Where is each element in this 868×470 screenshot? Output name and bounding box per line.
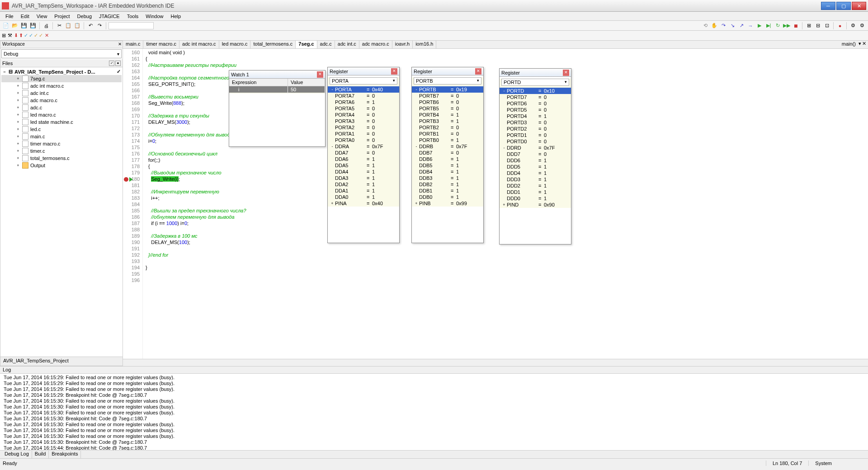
tb2-icon1[interactable]: ⊞ (2, 33, 6, 38)
watch-window[interactable]: Watch 1✕ Expression Value i50 (229, 70, 326, 147)
register-row[interactable]: -DDRD=0x7F (500, 145, 571, 151)
saveall-icon[interactable]: 💾 (29, 22, 37, 30)
open-icon[interactable]: 📂 (11, 22, 19, 30)
register-row[interactable]: PORTD6=0 (500, 100, 571, 107)
register-row[interactable]: PORTB3=1 (412, 118, 483, 124)
editor-tab[interactable]: 7seg.c (296, 41, 317, 48)
register-row[interactable]: PORTD2=0 (500, 126, 571, 132)
debug-go3-icon[interactable]: ▶▶ (783, 22, 791, 30)
register-row[interactable]: PORTB5=0 (412, 105, 483, 112)
register-combo[interactable]: PORTA (330, 77, 397, 85)
tree-item[interactable]: +main.c (1, 133, 122, 140)
editor-tab[interactable]: main.c (123, 41, 143, 48)
menu-view[interactable]: View (33, 13, 51, 20)
register-row[interactable]: PORTB6=0 (412, 99, 483, 105)
project-tree[interactable]: −⊟AVR_IAR_TempSens_Project - D...✓ +7seg… (0, 67, 123, 357)
tree-item[interactable]: +timer macro.c (1, 140, 122, 147)
register-row[interactable]: +PIND=0x90 (500, 202, 571, 208)
close-button[interactable]: ✕ (852, 2, 866, 10)
close-icon[interactable]: ✕ (391, 68, 397, 75)
register-row[interactable]: PORTD0=0 (500, 138, 571, 145)
editor-tab[interactable]: total_termosens.c (250, 41, 296, 48)
register-row[interactable]: PORTA6=1 (328, 99, 399, 105)
watch-col-expression[interactable]: Expression (229, 79, 288, 86)
register-row[interactable]: PORTD1=0 (500, 132, 571, 138)
register-row[interactable]: +PINA=0x40 (328, 200, 399, 207)
print-icon[interactable]: 🖨 (42, 22, 50, 30)
minimize-button[interactable]: ─ (821, 2, 835, 10)
register-row[interactable]: PORTA4=0 (328, 112, 399, 118)
menu-project[interactable]: Project (51, 13, 73, 20)
new-icon[interactable]: 📄 (2, 22, 10, 30)
tb2-close-icon[interactable]: ✕ (45, 33, 49, 38)
log-body[interactable]: Tue Jun 17, 2014 16:15:29: Failed to rea… (0, 374, 868, 450)
tree-item[interactable]: +Output (1, 162, 122, 169)
config-combo[interactable]: Debug (1, 49, 122, 58)
debug-misc2-icon[interactable]: ⚙ (858, 22, 866, 30)
redo-icon[interactable]: ↷ (95, 22, 104, 30)
register-row[interactable]: DDD5=1 (500, 164, 571, 170)
col-icon[interactable]: ✓ (109, 61, 114, 66)
tb2-icon8[interactable]: ✓ (39, 33, 43, 38)
editor-tab[interactable]: adc.c (317, 41, 335, 48)
menu-file[interactable]: File (2, 13, 17, 20)
register-row[interactable]: DDD2=1 (500, 183, 571, 189)
register-row[interactable]: DDD1=1 (500, 189, 571, 195)
editor-tab[interactable]: led macro.c (219, 41, 251, 48)
register-window-b[interactable]: Register✕ PORTB -PORTB=0x19 PORTB7=0 POR… (411, 67, 484, 243)
debug-next-icon[interactable]: → (746, 22, 755, 30)
register-row[interactable]: DDA0=1 (328, 194, 399, 200)
register-row[interactable]: -PORTB=0x19 (412, 86, 483, 93)
editor-tab[interactable]: ioavr.h (392, 41, 413, 48)
debug-tool3-icon[interactable]: ⊡ (823, 22, 831, 30)
register-row[interactable]: PORTA7=0 (328, 93, 399, 99)
register-row[interactable]: PORTB0=1 (412, 137, 483, 143)
watch-col-value[interactable]: Value (288, 79, 325, 86)
menu-tools[interactable]: Tools (123, 13, 142, 20)
register-row[interactable]: PORTA5=0 (328, 105, 399, 112)
register-row[interactable]: PORTA3=0 (328, 118, 399, 124)
debug-reset-icon[interactable]: ⟲ (701, 22, 709, 30)
register-row[interactable]: PORTD5=0 (500, 107, 571, 113)
tb2-icon4[interactable]: ⬆ (19, 33, 23, 38)
register-row[interactable]: DDA3=1 (328, 175, 399, 181)
register-row[interactable]: PORTB2=0 (412, 124, 483, 131)
log-tab[interactable]: Breakpoints (49, 451, 81, 458)
tree-item[interactable]: +adc.c (1, 104, 122, 111)
horizontal-scrollbar[interactable] (123, 359, 868, 366)
workspace-tab[interactable]: AVR_IAR_TempSens_Project (0, 357, 123, 366)
tree-item[interactable]: +adc int macro.c (1, 82, 122, 89)
watch-row[interactable]: i50 (229, 86, 325, 93)
register-row[interactable]: PORTD4=1 (500, 113, 571, 119)
register-window-d[interactable]: Register✕ PORTD -PORTD=0x10 PORTD7=0 POR… (499, 68, 571, 244)
register-row[interactable]: DDB2=1 (412, 181, 483, 188)
cut-icon[interactable]: ✂ (55, 22, 63, 30)
paste-icon[interactable]: 📋 (73, 22, 81, 30)
register-row[interactable]: PORTD3=0 (500, 119, 571, 126)
debug-rec-icon[interactable]: ● (836, 22, 844, 30)
tree-item[interactable]: +adc macro.c (1, 97, 122, 104)
tb2-icon3[interactable]: ⬇ (14, 33, 18, 38)
log-tab[interactable]: Build (32, 451, 49, 458)
register-row[interactable]: DDB6=1 (412, 156, 483, 162)
project-root[interactable]: −⊟AVR_IAR_TempSens_Project - D...✓ (1, 68, 122, 75)
register-window-a[interactable]: Register✕ PORTA -PORTA=0x40 PORTA7=0 POR… (327, 67, 400, 243)
register-row[interactable]: DDD4=1 (500, 170, 571, 176)
tree-item[interactable]: +led state machine.c (1, 118, 122, 126)
watch-row[interactable] (229, 93, 325, 94)
register-row[interactable]: DDD7=0 (500, 151, 571, 157)
register-row[interactable]: DDA2=1 (328, 181, 399, 188)
close-icon[interactable]: ✕ (317, 71, 323, 78)
debug-stepout-icon[interactable]: ↗ (737, 22, 745, 30)
debug-stop-icon[interactable]: ⏹ (792, 22, 800, 30)
register-combo[interactable]: PORTB (414, 77, 481, 85)
tb2-icon7[interactable]: ✓ (34, 33, 38, 38)
register-row[interactable]: DDD0=1 (500, 195, 571, 202)
register-row[interactable]: DDB7=0 (412, 150, 483, 156)
menu-help[interactable]: Help (167, 13, 184, 20)
debug-stepinto-icon[interactable]: ↘ (728, 22, 736, 30)
tree-item[interactable]: +adc int.c (1, 89, 122, 97)
menu-window[interactable]: Window (142, 13, 167, 20)
log-tab[interactable]: Debug Log (2, 451, 32, 458)
debug-runto-icon[interactable]: ▶| (764, 22, 773, 30)
